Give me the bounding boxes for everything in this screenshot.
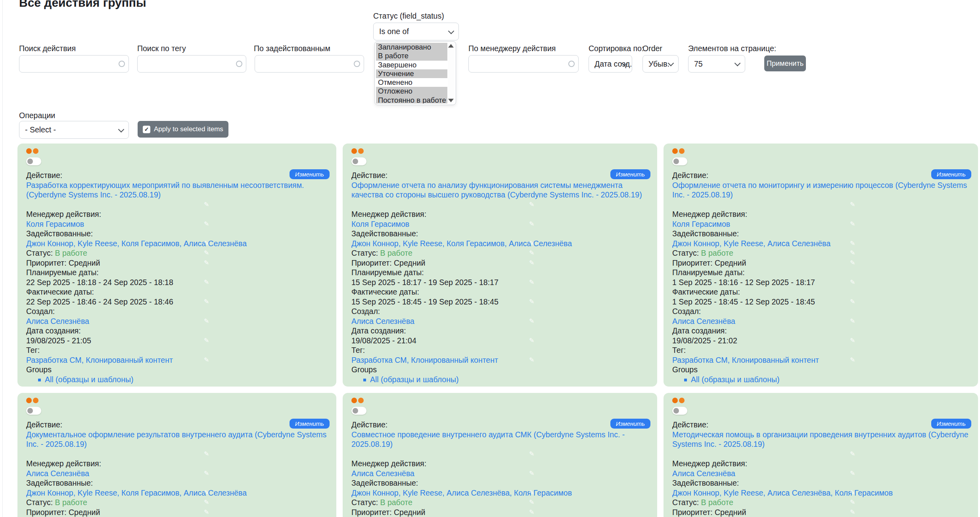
created-by-value[interactable]: Алиса Селезнёва✎ (351, 316, 650, 326)
drag-handle-dots[interactable] (672, 398, 971, 404)
select-toggle[interactable] (26, 157, 41, 165)
action-title-link[interactable]: Оформление отчета по мониторингу и измер… (672, 180, 971, 200)
select-toggle[interactable] (26, 407, 41, 415)
scroll-up-icon[interactable] (448, 44, 454, 48)
drag-handle-dots[interactable] (351, 148, 650, 154)
select-toggle[interactable] (672, 157, 687, 165)
edit-pencil-icon[interactable]: ✎ (204, 220, 209, 228)
edit-pencil-icon[interactable]: ✎ (204, 498, 209, 506)
participants-input[interactable] (255, 55, 364, 73)
action-title-link[interactable]: Методическая помощь в организации провед… (672, 430, 971, 449)
status-option[interactable]: Отменено (376, 78, 447, 87)
edit-pencil-icon[interactable]: ✎ (204, 201, 209, 209)
edit-pencil-icon[interactable]: ✎ (850, 450, 855, 458)
edit-pencil-icon[interactable]: ✎ (204, 356, 209, 364)
edit-pencil-icon[interactable]: ✎ (529, 220, 534, 228)
apply-to-selected-button[interactable]: ✓ Apply to selected items (138, 121, 228, 138)
drag-handle-dots[interactable] (26, 148, 329, 154)
select-toggle[interactable] (351, 157, 366, 165)
edit-button[interactable]: Изменить (290, 169, 330, 179)
apply-button[interactable]: Применить (764, 56, 806, 71)
edit-button[interactable]: Изменить (290, 419, 330, 429)
edit-pencil-icon[interactable]: ✎ (529, 450, 534, 458)
edit-pencil-icon[interactable]: ✎ (850, 508, 855, 516)
drag-handle-dots[interactable] (672, 148, 971, 154)
status-option[interactable]: Постоянно в работе (376, 96, 447, 103)
tag-values[interactable]: Разработка СМ, Клонированный контент✎ (26, 355, 329, 365)
edit-pencil-icon[interactable]: ✎ (850, 337, 855, 345)
tag-values[interactable]: Разработка СМ, Клонированный контент✎ (351, 355, 650, 365)
edit-pencil-icon[interactable]: ✎ (850, 259, 855, 267)
edit-pencil-icon[interactable]: ✎ (204, 489, 209, 497)
status-option[interactable]: Отложено (376, 87, 447, 96)
edit-pencil-icon[interactable]: ✎ (204, 469, 209, 477)
edit-pencil-icon[interactable]: ✎ (850, 489, 855, 497)
tag-values[interactable]: Разработка СМ, Клонированный контент✎ (672, 355, 971, 365)
edit-pencil-icon[interactable]: ✎ (850, 249, 855, 257)
edit-pencil-icon[interactable]: ✎ (529, 298, 534, 306)
action-title-link[interactable]: Документальное оформление результатов вн… (26, 430, 329, 449)
edit-button[interactable]: Изменить (931, 169, 971, 179)
action-title-link[interactable]: Совместное проведение внутреннего аудита… (351, 430, 650, 449)
edit-pencil-icon[interactable]: ✎ (850, 356, 855, 364)
created-by-value[interactable]: Алиса Селезнёва✎ (26, 316, 329, 326)
drag-handle-dots[interactable] (26, 398, 329, 404)
edit-pencil-icon[interactable]: ✎ (204, 239, 209, 247)
edit-button[interactable]: Изменить (931, 419, 971, 429)
status-operator-select[interactable]: Is one of (373, 23, 459, 40)
manager-value[interactable]: Алиса Селезнёва✎ (672, 469, 971, 479)
drag-handle-dots[interactable] (351, 398, 650, 404)
edit-pencil-icon[interactable]: ✎ (204, 337, 209, 345)
edit-pencil-icon[interactable]: ✎ (850, 201, 855, 209)
sort-select[interactable]: Дата созд. (589, 55, 632, 73)
action-title-link[interactable]: Разработка корректирующих мероприятий по… (26, 180, 329, 200)
edit-pencil-icon[interactable]: ✎ (529, 249, 534, 257)
listbox-scrollbar[interactable] (448, 43, 455, 103)
edit-button[interactable]: Изменить (610, 169, 650, 179)
edit-pencil-icon[interactable]: ✎ (529, 508, 534, 516)
edit-pencil-icon[interactable]: ✎ (204, 450, 209, 458)
manager-value[interactable]: Алиса Селезнёва✎ (351, 469, 650, 479)
participants-value[interactable]: Джон Коннор, Kyle Reese, Коля Герасимов,… (351, 239, 650, 249)
edit-pencil-icon[interactable]: ✎ (204, 278, 209, 286)
operations-select[interactable]: - Select - (19, 121, 129, 139)
edit-pencil-icon[interactable]: ✎ (204, 298, 209, 306)
edit-pencil-icon[interactable]: ✎ (529, 498, 534, 506)
created-by-value[interactable]: Алиса Селезнёва✎ (672, 316, 971, 326)
edit-pencil-icon[interactable]: ✎ (529, 337, 534, 345)
edit-pencil-icon[interactable]: ✎ (204, 508, 209, 516)
status-option[interactable]: Уточнение (376, 69, 447, 78)
edit-pencil-icon[interactable]: ✎ (850, 239, 855, 247)
manager-value[interactable]: Коля Герасимов✎ (26, 219, 329, 229)
status-listbox[interactable]: ЗапланированоВ работеЗавершеноУточнениеО… (374, 41, 456, 105)
edit-pencil-icon[interactable]: ✎ (204, 317, 209, 325)
participants-value[interactable]: Джон Коннор, Kyle Reese, Алиса Селезнёва… (672, 488, 971, 498)
status-option[interactable]: Запланировано (376, 43, 447, 52)
participants-value[interactable]: Джон Коннор, Kyle Reese, Алиса Селезнёва… (351, 488, 650, 498)
edit-pencil-icon[interactable]: ✎ (529, 278, 534, 286)
edit-pencil-icon[interactable]: ✎ (529, 317, 534, 325)
manager-value[interactable]: Коля Герасимов✎ (672, 219, 971, 229)
participants-value[interactable]: Джон Коннор, Kyle Reese, Алиса Селезнёва… (672, 239, 971, 249)
edit-pencil-icon[interactable]: ✎ (529, 489, 534, 497)
edit-pencil-icon[interactable]: ✎ (204, 249, 209, 257)
group-link[interactable]: All (образцы и шаблоны) (45, 375, 133, 384)
participants-value[interactable]: Джон Коннор, Kyle Reese, Коля Герасимов,… (26, 239, 329, 249)
group-link[interactable]: All (образцы и шаблоны) (370, 375, 458, 384)
edit-pencil-icon[interactable]: ✎ (529, 201, 534, 209)
edit-pencil-icon[interactable]: ✎ (850, 498, 855, 506)
search-tag-input[interactable] (137, 55, 246, 73)
per-page-select[interactable]: 75 (688, 55, 745, 73)
status-option[interactable]: Завершено (376, 61, 447, 69)
participants-value[interactable]: Джон Коннор, Kyle Reese, Коля Герасимов,… (26, 488, 329, 498)
group-link[interactable]: All (образцы и шаблоны) (691, 375, 779, 384)
edit-pencil-icon[interactable]: ✎ (850, 298, 855, 306)
status-option[interactable]: В работе (376, 52, 447, 60)
edit-pencil-icon[interactable]: ✎ (529, 469, 534, 477)
edit-pencil-icon[interactable]: ✎ (529, 356, 534, 364)
edit-pencil-icon[interactable]: ✎ (204, 259, 209, 267)
edit-pencil-icon[interactable]: ✎ (850, 469, 855, 477)
scroll-down-icon[interactable] (448, 99, 454, 102)
order-select[interactable]: Убыв. (642, 55, 679, 73)
select-toggle[interactable] (672, 407, 687, 415)
